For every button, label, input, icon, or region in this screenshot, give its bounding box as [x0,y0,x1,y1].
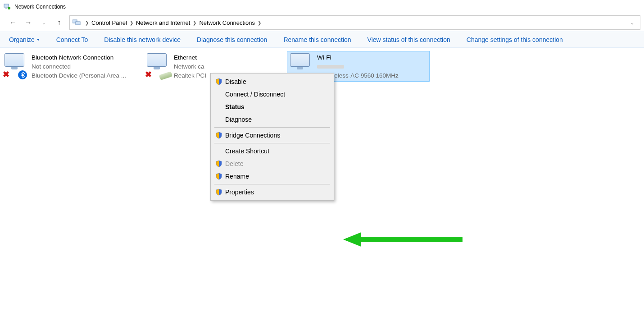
ctx-diagnose[interactable]: Diagnose [211,113,334,126]
diagnose-button[interactable]: Diagnose this connection [197,36,267,43]
ctx-bridge[interactable]: Bridge Connections [211,129,334,142]
toolbar: Organize ▼ Connect To Disable this netwo… [0,32,644,48]
breadcrumb-item[interactable]: Network Connections [199,19,255,26]
view-status-label: View status of this connection [367,36,450,43]
connection-status: Not connected [32,62,126,71]
disable-label: Disable this network device [104,36,181,43]
connection-status [317,62,399,71]
ctx-properties-label: Properties [225,189,327,196]
shield-icon [214,78,223,85]
connection-device: Bluetooth Device (Personal Area ... [32,71,126,80]
ctx-connect-disconnect[interactable]: Connect / Disconnect [211,88,334,101]
svg-rect-1 [5,8,7,9]
chevron-right-icon: ❯ [193,20,196,25]
shield-icon [214,173,223,180]
title-bar: Network Connections [0,0,644,14]
connection-status: Network ca [174,62,206,71]
ctx-disable-label: Disable [225,78,327,85]
ctx-status[interactable]: Status [211,101,334,113]
ctx-bridge-label: Bridge Connections [225,132,327,139]
ethernet-icon [159,71,172,80]
disable-device-button[interactable]: Disable this network device [104,36,181,43]
breadcrumb-icon [73,19,81,26]
change-settings-label: Change settings of this connection [467,36,563,43]
ctx-create-shortcut[interactable]: Create Shortcut [211,145,334,157]
ctx-properties[interactable]: Properties [211,186,334,198]
connection-name: Wi-Fi [317,53,399,62]
forward-button[interactable]: → [23,18,33,28]
annotation-arrow [343,230,465,250]
connect-to-label: Connect To [56,36,88,43]
ctx-disable[interactable]: Disable [211,75,334,88]
chevron-right-icon: ❯ [85,20,89,25]
address-bar[interactable]: ❯ Control Panel ❯ Network and Internet ❯… [69,15,640,30]
rename-label: Rename this connection [283,36,351,43]
context-menu: Disable Connect / Disconnect Status Diag… [210,73,334,201]
connection-device: Realtek PCI [174,71,206,80]
diagnose-label: Diagnose this connection [197,36,267,43]
shield-icon [214,132,223,139]
rename-button[interactable]: Rename this connection [283,36,351,43]
breadcrumb-item[interactable]: Network and Internet [136,19,190,26]
up-button[interactable]: ↑ [54,18,64,28]
connection-item-bluetooth[interactable]: ✖ Bluetooth Network Connection Not conne… [3,52,145,80]
ctx-rename[interactable]: Rename [211,170,334,183]
app-icon [4,3,11,10]
recent-dropdown[interactable]: ⌄ [39,18,49,28]
organize-label: Organize [9,36,35,43]
connect-to-button[interactable]: Connect To [56,36,88,43]
connection-name: Ethernet [174,53,206,62]
svg-point-2 [8,7,10,9]
context-menu-separator [214,184,330,184]
ctx-diagnose-label: Diagnose [225,116,327,123]
ctx-status-label: Status [225,103,327,110]
organize-menu[interactable]: Organize ▼ [9,36,40,43]
context-menu-separator [214,143,330,143]
ctx-delete: Delete [211,157,334,170]
change-settings-button[interactable]: Change settings of this connection [467,36,563,43]
content-area: ✖ Bluetooth Network Connection Not conne… [0,48,644,322]
x-icon: ✖ [145,69,152,79]
chevron-right-icon: ❯ [130,20,133,25]
context-menu-separator [214,127,330,128]
adapter-icon: ✖ [3,52,30,79]
ctx-rename-label: Rename [225,173,327,180]
ctx-shortcut-label: Create Shortcut [225,147,327,155]
window-title: Network Connections [14,4,66,10]
breadcrumb-item[interactable]: Control Panel [91,19,127,26]
ctx-delete-label: Delete [225,160,327,167]
ctx-connect-label: Connect / Disconnect [225,91,327,98]
connection-name: Bluetooth Network Connection [32,53,126,62]
bluetooth-icon [18,70,27,79]
shield-icon [214,189,223,196]
x-icon: ✖ [3,69,9,79]
address-row: ← → ⌄ ↑ ❯ Control Panel ❯ Network and In… [0,14,644,32]
view-status-button[interactable]: View status of this connection [367,36,450,43]
svg-rect-0 [4,4,9,7]
shield-icon [214,160,223,167]
chevron-right-icon: ❯ [258,20,261,25]
back-button[interactable]: ← [8,18,18,28]
adapter-icon: ✖ [145,52,172,79]
address-dropdown[interactable]: ⌄ [627,20,637,25]
caret-down-icon: ▼ [36,38,40,42]
svg-marker-5 [343,232,463,247]
svg-rect-4 [76,22,80,25]
